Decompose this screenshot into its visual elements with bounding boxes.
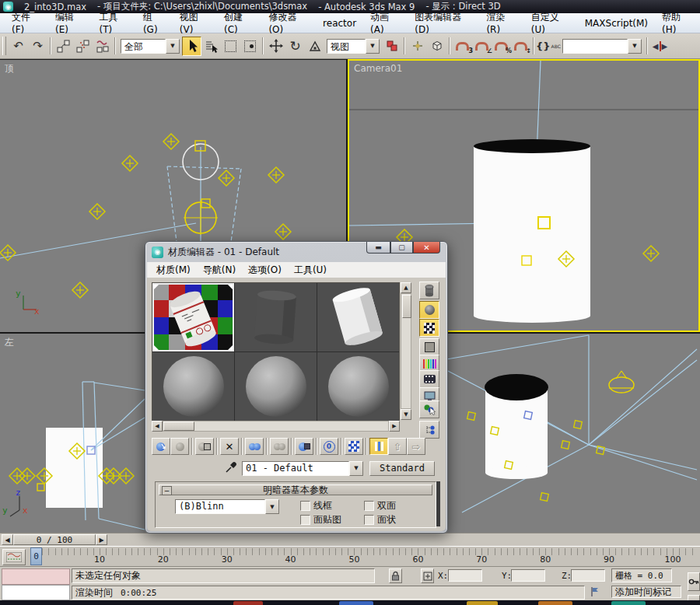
face-map-checkbox[interactable]: 面贴图 (300, 513, 341, 526)
sample-slot-4[interactable] (152, 352, 234, 421)
sample-slot-1[interactable] (152, 283, 234, 351)
faceted-checkbox[interactable]: 面状 (364, 513, 396, 526)
slots-vscroll-thumb[interactable] (402, 295, 411, 318)
slots-scroll-left[interactable]: ◀ (152, 421, 163, 432)
select-and-scale-button[interactable] (305, 37, 324, 56)
window-crossing-button[interactable] (240, 37, 260, 56)
select-object-button[interactable] (182, 37, 201, 56)
assign-material-button[interactable] (195, 438, 214, 455)
menu-item[interactable]: 导航(N) (197, 262, 242, 278)
named-selection-dropdown[interactable]: ▼ (562, 39, 642, 54)
select-and-link-button[interactable] (54, 37, 73, 56)
go-to-sibling-button[interactable]: ⇨ (407, 438, 425, 455)
track-bar[interactable]: 102030405060708090100 0 (0, 546, 700, 566)
helper-marker[interactable] (163, 134, 179, 149)
slots-scroll-up[interactable]: ▲ (401, 282, 411, 293)
reference-coordsys-dropdown[interactable]: 视图 ▼ (327, 39, 380, 54)
helper-cube-marker[interactable] (541, 493, 549, 502)
toolbar-grip[interactable] (2, 37, 6, 55)
edit-named-selections-button[interactable]: {}ABC (537, 37, 560, 56)
y-coordinate-field[interactable] (511, 569, 545, 582)
viewport-left-label[interactable]: 左 (5, 336, 14, 349)
material-map-navigator-button[interactable] (419, 421, 439, 439)
rollout-scrollbar[interactable] (436, 481, 440, 526)
go-to-parent-button[interactable]: ⇧ (388, 438, 407, 455)
select-and-move-button[interactable] (266, 37, 285, 56)
helper-marker[interactable] (275, 224, 291, 240)
helper-cube-marker[interactable] (562, 441, 570, 449)
menu-item[interactable]: reactor (316, 16, 363, 31)
put-material-to-scene-button[interactable] (170, 438, 189, 455)
material-type-button[interactable]: Standard (369, 461, 435, 476)
material-id-channel-button[interactable]: 0 (320, 438, 338, 455)
chevron-down-icon[interactable]: ▼ (166, 39, 180, 54)
make-copy-button[interactable] (245, 438, 264, 455)
sample-uv-tiling-button[interactable] (419, 338, 439, 356)
wireframe-checkbox[interactable]: 线框 (300, 499, 332, 512)
backlight-button[interactable] (419, 301, 439, 319)
sample-slot-6[interactable] (317, 352, 399, 421)
keyboard-override-button[interactable] (427, 37, 446, 56)
background-button[interactable] (419, 319, 439, 337)
time-slider[interactable]: ◀ 0 / 100 ▶ (0, 533, 700, 546)
put-to-library-button[interactable] (295, 438, 313, 455)
selection-filter-dropdown[interactable]: 全部 ▼ (121, 39, 180, 54)
select-and-rotate-button[interactable]: ↻ (285, 37, 305, 56)
menu-item[interactable]: MAXScript(M) (578, 16, 655, 31)
chevron-down-icon[interactable]: ▼ (628, 39, 642, 54)
snaps-toggle-button[interactable]: 3 (453, 37, 472, 56)
helper-cube-marker[interactable] (574, 421, 583, 429)
maximize-button[interactable]: ▢ (390, 242, 413, 254)
slots-vscroll-track[interactable] (401, 293, 411, 409)
sample-slot-3[interactable] (317, 283, 399, 351)
bind-to-spacewarp-button[interactable] (93, 37, 112, 56)
viewport-top-label[interactable]: 顶 (5, 62, 14, 75)
material-editor-dialog[interactable]: ◉ 材质编辑器 - 01 - Default ▬ ▢ ✕ 材质(M)导航(N)选… (145, 241, 448, 533)
undo-button[interactable]: ↶ (9, 37, 28, 56)
percent-snap-button[interactable]: % (492, 37, 511, 56)
rollout-header[interactable]: − 明暗器基本参数 (159, 484, 432, 495)
sample-slot-5[interactable] (235, 352, 317, 421)
current-frame-marker[interactable]: 0 (30, 547, 42, 565)
maxscript-mini-listener-white[interactable] (2, 585, 70, 600)
select-by-material-button[interactable] (419, 400, 439, 418)
absolute-offset-mode-toggle[interactable] (421, 568, 434, 583)
helper-marker[interactable] (219, 170, 234, 186)
make-unique-button[interactable] (270, 438, 289, 455)
sample-type-button[interactable] (419, 282, 439, 299)
pick-material-eyedropper[interactable] (225, 461, 237, 476)
reset-map-button[interactable]: ✕ (220, 438, 239, 455)
next-frame-button[interactable]: ▶ (96, 534, 107, 545)
maxscript-mini-listener-pink[interactable] (2, 568, 70, 585)
menu-item[interactable]: 工具(U) (288, 262, 333, 278)
mirror-button[interactable]: ◀▶ (650, 37, 670, 56)
material-name-dropdown[interactable]: 01 - Default ▼ (242, 461, 363, 476)
menu-item[interactable]: 选项(O) (242, 262, 288, 278)
helper-marker[interactable] (89, 204, 105, 219)
x-coordinate-field[interactable] (448, 569, 482, 582)
chevron-down-icon[interactable]: ▼ (265, 499, 279, 514)
slots-scroll-right[interactable]: ▶ (389, 421, 400, 432)
two-sided-checkbox[interactable]: 双面 (364, 499, 396, 512)
get-material-button[interactable] (152, 438, 170, 455)
select-by-name-button[interactable] (201, 37, 221, 56)
helper-marker[interactable] (268, 167, 284, 183)
sample-slot-2[interactable] (235, 283, 317, 351)
menu-item[interactable]: 材质(M) (150, 262, 197, 278)
minimize-button[interactable]: ▬ (366, 242, 390, 254)
helper-marker[interactable] (72, 282, 88, 298)
redo-button[interactable]: ↷ (28, 37, 47, 56)
set-key-button[interactable] (688, 572, 700, 591)
shader-dropdown[interactable]: (B)Blinn ▼ (175, 499, 279, 514)
rectangular-selection-region-button[interactable] (221, 37, 240, 56)
angle-snap-button[interactable]: ∠ (472, 37, 492, 56)
previous-frame-button[interactable]: ◀ (2, 534, 13, 545)
make-preview-button[interactable] (419, 370, 439, 388)
open-mini-curve-editor-button[interactable] (2, 549, 26, 565)
helper-marker[interactable] (643, 246, 659, 261)
show-end-result-button[interactable] (369, 438, 388, 455)
unlink-selection-button[interactable] (73, 37, 93, 56)
helper-marker[interactable] (9, 468, 25, 484)
slots-hscroll-track[interactable] (163, 421, 389, 432)
show-map-in-viewport-button[interactable] (345, 438, 363, 455)
